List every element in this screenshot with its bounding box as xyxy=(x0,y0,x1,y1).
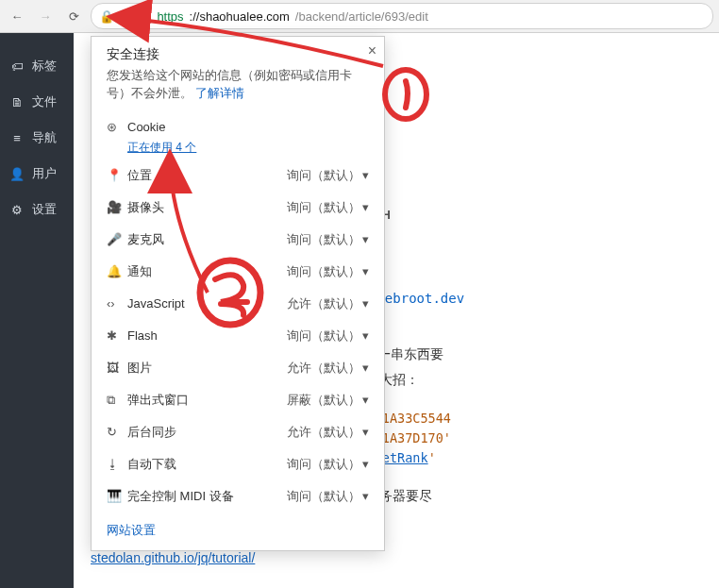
permission-label: 完全控制 MIDI 设备 xyxy=(127,488,287,505)
gear-icon: ⚙ xyxy=(9,203,25,217)
permission-row: ⭳自动下载询问（默认） ▾ xyxy=(92,448,384,480)
url-path: /backend/article/693/edit xyxy=(295,9,428,24)
permission-label: 自动下载 xyxy=(127,456,287,473)
app-sidebar: 🏷标签 🗎文件 ≡导航 👤用户 ⚙设置 xyxy=(0,33,74,588)
permission-icon: ↻ xyxy=(107,425,127,439)
chevron-down-icon: ▾ xyxy=(362,425,369,439)
permission-value[interactable]: 询问（默认） ▾ xyxy=(287,456,369,473)
chevron-down-icon: ▾ xyxy=(362,200,369,214)
permission-value[interactable]: 屏蔽（默认） ▾ xyxy=(287,392,369,409)
sidebar-item-label: 设置 xyxy=(32,201,57,218)
permission-icon: 🎹 xyxy=(107,489,127,503)
chevron-down-icon: ▾ xyxy=(362,393,369,407)
close-icon[interactable]: × xyxy=(368,42,376,59)
separator: | xyxy=(148,9,151,24)
tag-icon: 🏷 xyxy=(9,59,25,74)
permission-value[interactable]: 询问（默认） ▾ xyxy=(287,231,369,248)
permission-icon: ✱ xyxy=(107,328,127,343)
popover-title: 安全连接 xyxy=(92,46,384,67)
back-button[interactable]: ← xyxy=(6,5,28,27)
permission-row: ↻后台同步允许（默认） ▾ xyxy=(92,416,384,448)
chevron-down-icon: ▾ xyxy=(362,296,369,311)
permission-value[interactable]: 允许（默认） ▾ xyxy=(287,295,369,312)
user-icon: 👤 xyxy=(9,167,25,181)
cookie-in-use-link[interactable]: 正在使用 4 个 xyxy=(127,140,384,156)
sidebar-item-files[interactable]: 🗎文件 xyxy=(0,84,74,120)
permission-label: JavaScript xyxy=(127,296,287,311)
chevron-down-icon: ▾ xyxy=(362,264,369,278)
reload-button[interactable]: ⟳ xyxy=(62,5,85,27)
chevron-down-icon: ▾ xyxy=(362,232,369,246)
site-settings-link[interactable]: 网站设置 xyxy=(107,523,156,537)
permission-row: 🖼图片允许（默认） ▾ xyxy=(92,352,384,384)
permission-row: ‹›JavaScript允许（默认） ▾ xyxy=(92,288,384,320)
permission-row: ✱Flash询问（默认） ▾ xyxy=(92,320,384,352)
secure-label: 安全 xyxy=(120,8,142,25)
permission-label: Flash xyxy=(127,328,287,343)
permission-value[interactable]: 询问（默认） ▾ xyxy=(287,328,369,344)
permission-label: 后台同步 xyxy=(127,424,287,441)
address-bar[interactable]: 🔒 安全 | https://shaohualee.com/backend/ar… xyxy=(91,3,713,29)
tutorial-link[interactable]: stedolan.github.io/jq/tutorial/ xyxy=(91,550,255,565)
browser-toolbar: ← → ⟳ 🔒 安全 | https://shaohualee.com/back… xyxy=(0,0,719,33)
permission-icon: ⊛ xyxy=(107,120,127,134)
permission-label: 麦克风 xyxy=(127,231,287,248)
permission-label: Cookie xyxy=(127,120,369,134)
permission-label: 图片 xyxy=(127,360,287,377)
chevron-down-icon: ▾ xyxy=(362,361,369,375)
permission-icon: ‹› xyxy=(107,296,127,311)
sidebar-item-label: 文件 xyxy=(32,93,57,110)
permission-row: 🎥摄像头询问（默认） ▾ xyxy=(92,192,384,224)
permission-icon: 🔔 xyxy=(107,264,127,278)
permission-row: 🔔通知询问（默认） ▾ xyxy=(92,256,384,288)
lock-icon: 🔒 xyxy=(99,9,114,24)
permission-icon: 🎤 xyxy=(107,232,127,246)
permission-label: 通知 xyxy=(127,263,287,280)
permission-icon: 📍 xyxy=(107,168,127,182)
permission-row: 🎤麦克风询问（默认） ▾ xyxy=(92,224,384,256)
permission-value[interactable]: 询问（默认） ▾ xyxy=(287,488,369,505)
learn-more-link[interactable]: 了解详情 xyxy=(195,87,244,100)
permission-value[interactable]: 允许（默认） ▾ xyxy=(287,360,369,377)
chevron-down-icon: ▾ xyxy=(362,168,369,182)
forward-button[interactable]: → xyxy=(34,5,57,27)
permission-value[interactable]: 询问（默认） ▾ xyxy=(287,263,369,280)
permission-value[interactable]: 询问（默认） ▾ xyxy=(287,199,369,216)
sidebar-item-label: 标签 xyxy=(32,58,57,75)
permission-row: ⧉弹出式窗口屏蔽（默认） ▾ xyxy=(92,384,384,416)
permission-icon: 🖼 xyxy=(107,361,127,375)
sidebar-item-label: 导航 xyxy=(32,129,57,146)
permission-row: 📍位置询问（默认） ▾ xyxy=(92,160,384,192)
sidebar-item-users[interactable]: 👤用户 xyxy=(0,156,74,192)
popover-description: 您发送给这个网站的信息（例如密码或信用卡号）不会外泄。 了解详情 xyxy=(92,67,384,103)
chevron-down-icon: ▾ xyxy=(362,457,369,471)
chevron-down-icon: ▾ xyxy=(362,489,369,503)
url-host: ://shaohualee.com xyxy=(190,9,290,24)
sidebar-item-nav[interactable]: ≡导航 xyxy=(0,120,74,156)
file-icon: 🗎 xyxy=(9,95,25,109)
site-security-popover: × 安全连接 您发送给这个网站的信息（例如密码或信用卡号）不会外泄。 了解详情 … xyxy=(91,36,385,551)
permission-label: 摄像头 xyxy=(127,199,287,216)
permission-label: 位置 xyxy=(127,167,287,184)
permission-icon: ⧉ xyxy=(107,393,127,408)
permission-value[interactable]: 允许（默认） ▾ xyxy=(287,424,369,441)
chevron-down-icon: ▾ xyxy=(362,328,369,343)
sidebar-item-tags[interactable]: 🏷标签 xyxy=(0,48,74,84)
permission-icon: 🎥 xyxy=(107,200,127,214)
permission-label: 弹出式窗口 xyxy=(127,392,287,409)
sidebar-item-label: 用户 xyxy=(32,165,57,182)
url-scheme: https xyxy=(157,9,183,24)
sidebar-item-settings[interactable]: ⚙设置 xyxy=(0,192,74,227)
menu-icon: ≡ xyxy=(9,131,25,145)
permission-row: 🎹完全控制 MIDI 设备询问（默认） ▾ xyxy=(92,480,384,512)
permission-value[interactable]: 询问（默认） ▾ xyxy=(287,167,369,184)
permission-icon: ⭳ xyxy=(107,457,127,471)
permission-row: ⊛Cookie xyxy=(92,112,384,142)
